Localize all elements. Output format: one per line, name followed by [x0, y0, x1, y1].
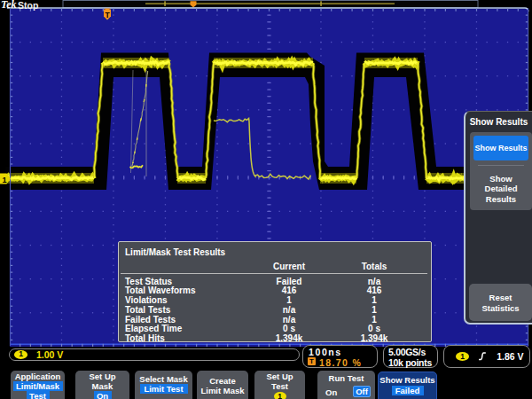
- svg-text:T: T: [105, 11, 110, 20]
- svg-text:1: 1: [2, 176, 6, 184]
